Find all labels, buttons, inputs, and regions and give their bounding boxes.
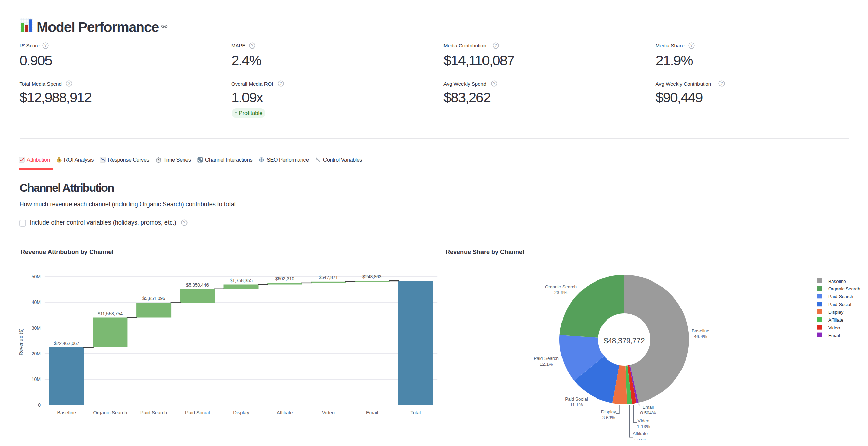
svg-text:$602,310: $602,310	[275, 276, 295, 282]
svg-text:Affiliate: Affiliate	[633, 431, 648, 436]
svg-text:Display: Display	[828, 310, 844, 315]
svg-text:Paid Search: Paid Search	[140, 410, 167, 415]
svg-text:30M: 30M	[32, 325, 41, 331]
svg-text:0.504%: 0.504%	[640, 410, 656, 415]
svg-text:Paid Search: Paid Search	[534, 356, 559, 361]
svg-text:Email: Email	[643, 405, 654, 410]
svg-text:11.1%: 11.1%	[570, 402, 583, 407]
svg-text:12.1%: 12.1%	[540, 362, 553, 367]
svg-text:46.4%: 46.4%	[694, 334, 707, 339]
svg-text:Affiliate: Affiliate	[277, 410, 293, 415]
svg-text:10M: 10M	[32, 376, 41, 382]
svg-text:Email: Email	[828, 333, 840, 338]
svg-text:Organic Search: Organic Search	[828, 286, 860, 291]
svg-text:Revenue Share by Channel: Revenue Share by Channel	[446, 249, 524, 255]
svg-text:Paid Social: Paid Social	[828, 302, 851, 307]
svg-text:$5,350,446: $5,350,446	[186, 282, 209, 288]
svg-text:$547,871: $547,871	[319, 275, 338, 280]
svg-text:$22,467,067: $22,467,067	[54, 341, 79, 346]
svg-text:Paid Search: Paid Search	[828, 294, 853, 299]
svg-text:Organic Search: Organic Search	[93, 410, 127, 415]
svg-text:0: 0	[38, 402, 41, 408]
svg-text:Total: Total	[410, 410, 421, 415]
svg-text:Revenue ($): Revenue ($)	[18, 328, 24, 355]
svg-text:Video: Video	[322, 410, 335, 415]
svg-text:Baseline: Baseline	[57, 410, 76, 415]
svg-text:20M: 20M	[32, 351, 41, 356]
svg-text:3.63%: 3.63%	[602, 415, 615, 420]
svg-text:$11,558,754: $11,558,754	[98, 311, 123, 316]
svg-text:1.24%: 1.24%	[634, 438, 647, 443]
svg-text:Baseline: Baseline	[828, 279, 846, 284]
svg-text:Display: Display	[601, 409, 616, 414]
svg-text:Affiliate: Affiliate	[828, 317, 843, 323]
svg-text:$243,863: $243,863	[362, 274, 382, 279]
svg-text:$1,758,365: $1,758,365	[230, 278, 253, 283]
svg-text:$5,851,096: $5,851,096	[142, 296, 165, 301]
svg-text:$48,379,772: $48,379,772	[604, 336, 645, 345]
svg-text:Email: Email	[366, 410, 378, 415]
svg-text:Organic Search: Organic Search	[545, 284, 577, 289]
svg-text:Paid Social: Paid Social	[185, 410, 210, 415]
svg-text:Baseline: Baseline	[692, 328, 709, 333]
svg-text:23.9%: 23.9%	[554, 290, 567, 295]
svg-text:Video: Video	[638, 418, 649, 423]
svg-text:Revenue Attribution by Channel: Revenue Attribution by Channel	[21, 249, 113, 255]
svg-text:1.13%: 1.13%	[637, 424, 650, 429]
svg-text:40M: 40M	[32, 299, 41, 305]
svg-text:50M: 50M	[32, 274, 41, 279]
svg-text:Paid Social: Paid Social	[565, 396, 588, 402]
svg-text:Video: Video	[828, 325, 840, 330]
svg-text:Display: Display	[233, 410, 249, 415]
